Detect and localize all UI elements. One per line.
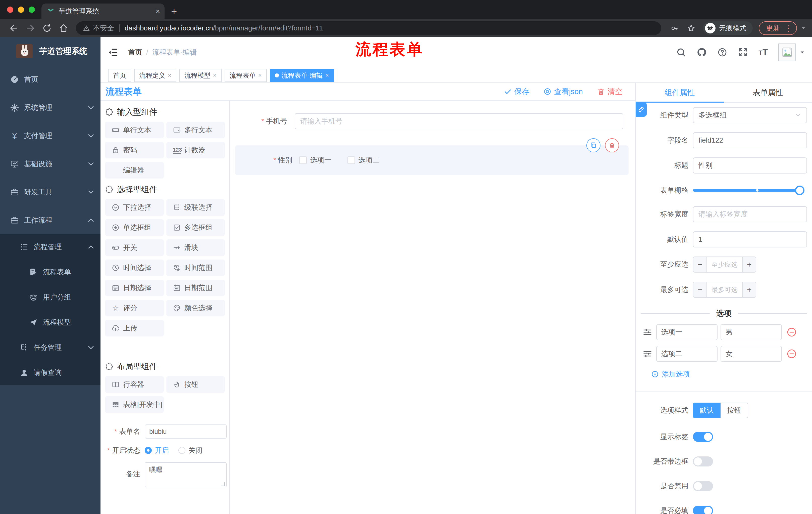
address-bar[interactable]: 不安全 dashboard.yudao.iocoder.cn/bpm/manag…: [76, 21, 661, 35]
view-json-button[interactable]: 查看json: [544, 86, 583, 97]
component-chip-时间范围[interactable]: 时间范围: [166, 260, 225, 276]
phone-input[interactable]: [295, 113, 623, 129]
toggle-switch-off[interactable]: [693, 456, 713, 466]
component-chip-滑块[interactable]: 滑块: [166, 239, 225, 256]
component-chip-日期范围[interactable]: 日期范围: [166, 280, 225, 296]
bookmark-star-icon[interactable]: [687, 24, 695, 32]
style-default-button[interactable]: 默认: [693, 403, 721, 418]
remove-option-icon[interactable]: [786, 327, 797, 337]
sidebar-item-5[interactable]: 工作流程: [0, 206, 100, 234]
selected-gender-component[interactable]: 性别 选项一 选项二: [235, 145, 629, 175]
copy-component-button[interactable]: [586, 138, 601, 153]
resize-handle-icon[interactable]: [221, 482, 225, 486]
help-icon[interactable]: [717, 47, 727, 57]
tag-close-icon[interactable]: ×: [213, 72, 216, 79]
tag-close-icon[interactable]: ×: [168, 72, 171, 79]
fullscreen-icon[interactable]: [738, 47, 748, 57]
sidebar-item-9[interactable]: 流程模型: [0, 310, 100, 335]
drag-handle-icon[interactable]: [643, 349, 652, 359]
tag-close-icon[interactable]: ×: [325, 72, 329, 79]
phone-field-row[interactable]: 手机号: [230, 113, 635, 129]
toggle-switch-on[interactable]: [693, 506, 713, 514]
form-remark-textarea[interactable]: [145, 462, 227, 487]
tab-close-icon[interactable]: ×: [155, 7, 160, 16]
tag-1[interactable]: 流程定义×: [134, 69, 176, 82]
browser-tab[interactable]: 芋道管理系统 ×: [41, 3, 165, 19]
component-chip-上传[interactable]: 上传: [105, 320, 164, 336]
browser-update-button[interactable]: 更新 ⋮: [759, 21, 797, 35]
component-chip-编辑器[interactable]: 编辑器: [105, 162, 164, 179]
downloads-caret-icon[interactable]: [801, 25, 807, 31]
component-chip-行容器[interactable]: 行容器: [105, 376, 164, 393]
toggle-switch-off[interactable]: [693, 481, 713, 491]
option-value-input[interactable]: [721, 324, 782, 340]
sidebar-item-3[interactable]: 基础设施: [0, 150, 100, 178]
tag-0[interactable]: 首页: [108, 69, 131, 82]
plus-button[interactable]: +: [743, 282, 756, 297]
component-chip-单行文本[interactable]: 单行文本: [105, 122, 164, 138]
component-chip-下拉选择[interactable]: 下拉选择: [105, 199, 164, 216]
sidebar-item-7[interactable]: 流程表单: [0, 260, 100, 285]
component-chip-评分[interactable]: ☆评分: [105, 300, 164, 316]
back-icon[interactable]: [9, 23, 19, 33]
sidebar-collapse-icon[interactable]: [108, 47, 118, 58]
tag-2[interactable]: 流程模型×: [179, 69, 222, 82]
sidebar-item-0[interactable]: 首页: [0, 65, 100, 93]
component-chip-开关[interactable]: 开关: [105, 239, 164, 256]
option-label-input[interactable]: [656, 346, 718, 362]
drag-handle-icon[interactable]: [643, 327, 652, 337]
sidebar-item-10[interactable]: 任务管理: [0, 335, 100, 360]
minus-button[interactable]: −: [693, 257, 706, 272]
sidebar-item-6[interactable]: 流程管理: [0, 234, 100, 260]
window-controls[interactable]: [0, 0, 41, 19]
clear-button[interactable]: 清空: [597, 86, 622, 97]
tag-3[interactable]: 流程表单×: [225, 69, 267, 82]
max-select-input[interactable]: [706, 282, 743, 297]
component-chip-级联选择[interactable]: 级联选择: [166, 199, 225, 216]
option-label-input[interactable]: [656, 324, 718, 340]
sidebar-item-2[interactable]: ¥支付管理: [0, 122, 100, 150]
breadcrumb-home[interactable]: 首页: [128, 48, 142, 57]
save-button[interactable]: 保存: [504, 86, 529, 97]
close-window-button[interactable]: [7, 6, 13, 13]
tag-close-icon[interactable]: ×: [258, 72, 262, 79]
form-name-input[interactable]: [145, 425, 227, 438]
grid-slider[interactable]: [693, 189, 804, 192]
gender-option2-checkbox[interactable]: [347, 156, 355, 164]
component-chip-日期选择[interactable]: 日期选择: [105, 280, 164, 296]
github-icon[interactable]: [697, 47, 707, 57]
toggle-switch-on[interactable]: [693, 432, 713, 442]
home-icon[interactable]: [59, 23, 68, 33]
new-tab-button[interactable]: +: [171, 6, 177, 19]
component-chip-颜色选择[interactable]: 颜色选择: [166, 300, 225, 316]
default-value-input[interactable]: [693, 231, 807, 247]
add-option-button[interactable]: 添加选项: [651, 370, 812, 379]
slider-knob[interactable]: [795, 186, 805, 195]
avatar-caret-icon[interactable]: [799, 49, 806, 56]
minus-button[interactable]: −: [693, 282, 706, 297]
tag-4[interactable]: 流程表单-编辑×: [270, 69, 334, 82]
sidebar-item-8[interactable]: 用户分组: [0, 285, 100, 310]
search-icon[interactable]: [676, 47, 686, 57]
title-input[interactable]: [693, 157, 807, 173]
zoom-window-button[interactable]: [29, 6, 35, 13]
component-chip-按钮[interactable]: 按钮: [166, 376, 225, 393]
reload-icon[interactable]: [42, 23, 52, 33]
component-chip-多选框组[interactable]: 多选框组: [166, 219, 225, 236]
sidebar-logo[interactable]: 芋道管理系统: [0, 37, 100, 65]
remove-option-icon[interactable]: [786, 349, 797, 359]
gender-option1-checkbox[interactable]: [299, 156, 307, 164]
component-chip-多行文本[interactable]: 多行文本: [166, 122, 225, 138]
style-button-button[interactable]: 按钮: [721, 403, 748, 418]
delete-component-button[interactable]: [605, 138, 619, 153]
option-value-input[interactable]: [721, 346, 782, 362]
component-chip-表格[开发中][interactable]: 表格[开发中]: [105, 396, 164, 413]
form-canvas[interactable]: 手机号 性别 选项一 选项二: [230, 101, 635, 514]
avatar[interactable]: [778, 44, 796, 61]
minimize-window-button[interactable]: [18, 6, 24, 13]
tab-component-props[interactable]: 组件属性: [636, 83, 724, 102]
label-width-input[interactable]: [693, 206, 807, 222]
sidebar-item-4[interactable]: 研发工具: [0, 178, 100, 206]
component-chip-单选框组[interactable]: 单选框组: [105, 219, 164, 236]
field-name-input[interactable]: [693, 132, 807, 148]
